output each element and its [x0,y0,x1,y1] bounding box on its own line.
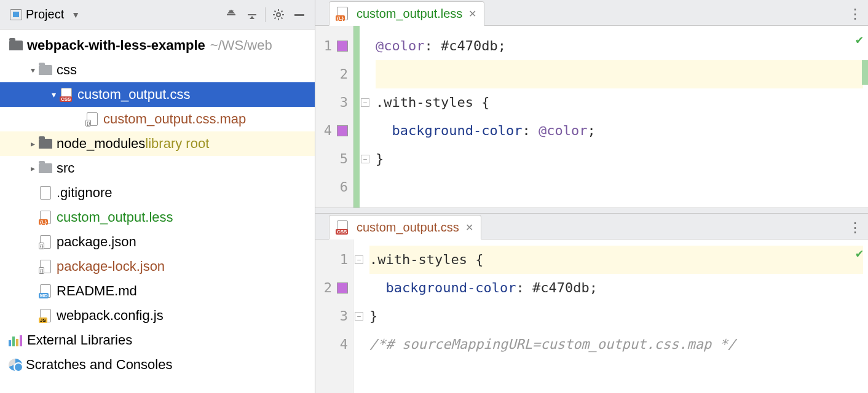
inspection-ok-icon[interactable]: ✔ [856,246,863,260]
tree-item-label: custom_output.css.map [103,111,246,127]
line-number: 5 [340,145,348,173]
json-icon: {} [38,236,53,248]
scratches-label: Scratches and Consoles [26,357,172,373]
tree-root[interactable]: webpack-with-less-example ~/WS/web [0,33,315,58]
tabbar-top: {L} custom_output.less ✕ ⋮ [315,0,868,26]
line-number: 6 [340,173,348,201]
project-icon [10,9,22,20]
line-number: 2 [324,274,332,302]
tab-label: custom_output.less [357,7,462,21]
fold-open-icon[interactable]: − [355,255,363,264]
project-tool-header: Project ▼ [0,0,315,29]
tree-item-label: src [57,160,74,176]
expand-arrow-icon[interactable]: ▾ [27,65,38,75]
tab-custom-output-less[interactable]: {L} custom_output.less ✕ [329,1,484,26]
folder-dark-icon [38,138,53,150]
code-lines-bottom[interactable]: .with-styles { background-color: #c470db… [365,239,868,393]
expand-arrow-icon[interactable]: ▸ [27,139,38,149]
editor-split: {L} custom_output.less ✕ ⋮ 123456 −− @co… [315,0,868,393]
line-number: 1 [324,32,332,60]
code-line[interactable]: background-color: #c470db; [369,274,863,302]
close-icon[interactable]: ✕ [468,8,476,20]
gutter-bottom: 1234 [315,239,353,393]
line-number: 1 [340,246,348,274]
gutter-top: 123456 [315,26,353,208]
project-sidebar: Project ▼ webpack-with-less-example ~/WS… [0,0,315,393]
less-icon: {L} [38,211,53,224]
tree-item-label: webpack.config.js [57,308,164,324]
code-lines-top[interactable]: @color: #c470db;.with-styles { backgroun… [371,26,868,208]
code-line[interactable] [376,60,863,88]
folder-icon [38,64,53,76]
code-editor-top[interactable]: 123456 −− @color: #c470db;.with-styles {… [315,26,868,208]
line-number: 3 [340,88,348,117]
collapse-all-button[interactable] [242,4,262,25]
root-name: webpack-with-less-example [27,37,205,53]
tree-item[interactable]: ▸{}package-lock.json [0,254,315,279]
settings-button[interactable] [268,4,289,25]
fold-column-bottom: −− [353,239,365,393]
tab-custom-output-css[interactable]: CSS custom_output.css ✕ [329,215,481,239]
code-line[interactable]: background-color: @color; [376,117,863,145]
code-editor-bottom[interactable]: 1234 −− .with-styles { background-color:… [315,239,868,393]
json-icon: {} [85,113,100,125]
external-libraries[interactable]: External Libraries [0,328,315,352]
project-view-selector[interactable]: Project ▼ [5,5,85,24]
code-line[interactable]: /*# sourceMappingURL=custom_output.css.m… [369,330,863,359]
editor-splitter[interactable] [315,208,868,214]
tree-item[interactable]: ▸node_modules library root [0,131,315,156]
fold-close-icon[interactable]: − [355,312,363,321]
code-line[interactable] [376,173,863,201]
tree-item[interactable]: ▸{}custom_output.css.map [0,107,315,131]
tab-more-button[interactable]: ⋮ [848,220,861,236]
expand-arrow-icon[interactable]: ▾ [48,90,59,99]
expand-all-button[interactable] [221,4,242,25]
code-line[interactable]: } [376,145,863,173]
tree-item-label: custom_output.less [57,209,173,225]
code-line[interactable]: @color: #c470db; [376,32,863,60]
tree-item[interactable]: ▸MDREADME.md [0,279,315,303]
tree-item[interactable]: ▾CSScustom_output.css [0,82,315,107]
inspection-ok-icon[interactable]: ✔ [856,32,863,47]
chevron-down-icon: ▼ [71,10,80,20]
hide-button[interactable] [289,4,310,25]
json-icon: {} [38,260,53,273]
fold-close-icon[interactable]: − [361,155,369,163]
svg-rect-1 [294,14,304,16]
code-line[interactable]: .with-styles { [376,88,863,117]
js-icon: JS [38,309,53,322]
tree-item[interactable]: ▸src [0,156,315,181]
css-file-icon: CSS [337,220,350,234]
tab-label: custom_output.css [357,220,459,235]
tree-item-label: .gitignore [57,185,112,201]
tree-item[interactable]: ▸{L}custom_output.less [0,205,315,230]
tree-item-label: node_modules [57,136,145,152]
tree-item-label: package-lock.json [57,259,165,274]
scratches-icon [9,359,22,371]
less-file-icon: {L} [337,7,350,20]
project-tree[interactable]: webpack-with-less-example ~/WS/web ▾css▾… [0,29,315,393]
fold-open-icon[interactable]: − [361,98,369,107]
tree-item[interactable]: ▾css [0,58,315,82]
expand-arrow-icon[interactable]: ▸ [27,163,38,173]
tree-item[interactable]: ▸.gitignore [0,181,315,205]
root-path: ~/WS/web [210,37,272,53]
tree-item[interactable]: ▸{}package.json [0,230,315,254]
tree-item-label: README.md [57,283,137,299]
color-swatch[interactable] [337,125,348,136]
md-icon: MD [38,285,53,297]
editor-pane-top: {L} custom_output.less ✕ ⋮ 123456 −− @co… [315,0,868,208]
code-line[interactable]: } [369,302,863,330]
tree-item-label: custom_output.css [77,87,190,103]
line-number: 4 [324,117,332,145]
tabbar-bottom: CSS custom_output.css ✕ ⋮ [315,214,868,239]
color-swatch[interactable] [337,282,348,294]
close-icon[interactable]: ✕ [465,222,473,233]
tree-item[interactable]: ▸JSwebpack.config.js [0,303,315,328]
code-line[interactable]: .with-styles { [369,246,863,274]
file-icon [38,187,53,199]
folder-icon [38,162,53,174]
tab-more-button[interactable]: ⋮ [848,6,861,22]
color-swatch[interactable] [337,41,348,52]
scratches-consoles[interactable]: Scratches and Consoles [0,352,315,377]
